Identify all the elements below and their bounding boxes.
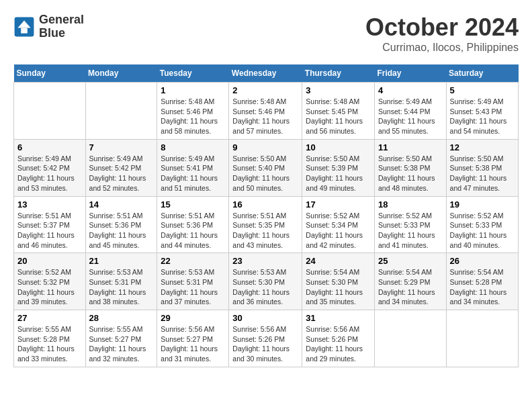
calendar-cell: 13Sunrise: 5:51 AMSunset: 5:37 PMDayligh…: [14, 196, 86, 253]
day-info: Sunrise: 5:54 AMSunset: 5:28 PMDaylight:…: [450, 267, 515, 307]
header-row: SundayMondayTuesdayWednesdayThursdayFrid…: [14, 64, 519, 83]
calendar-week-row: 20Sunrise: 5:52 AMSunset: 5:32 PMDayligh…: [14, 253, 519, 310]
day-info: Sunrise: 5:52 AMSunset: 5:33 PMDaylight:…: [378, 211, 443, 250]
day-number: 2: [232, 85, 298, 95]
day-number: 5: [450, 85, 515, 95]
calendar-week-row: 27Sunrise: 5:55 AMSunset: 5:28 PMDayligh…: [14, 310, 519, 367]
calendar-cell: 12Sunrise: 5:50 AMSunset: 5:38 PMDayligh…: [446, 139, 518, 196]
day-info: Sunrise: 5:55 AMSunset: 5:27 PMDaylight:…: [89, 324, 154, 364]
day-info: Sunrise: 5:51 AMSunset: 5:36 PMDaylight:…: [161, 211, 225, 250]
day-info: Sunrise: 5:56 AMSunset: 5:26 PMDaylight:…: [306, 324, 371, 364]
day-info: Sunrise: 5:54 AMSunset: 5:30 PMDaylight:…: [306, 267, 371, 307]
calendar-cell: 3Sunrise: 5:48 AMSunset: 5:45 PMDaylight…: [302, 83, 375, 140]
day-info: Sunrise: 5:48 AMSunset: 5:46 PMDaylight:…: [232, 97, 298, 136]
day-number: 18: [378, 199, 443, 210]
day-number: 17: [306, 199, 371, 210]
day-info: Sunrise: 5:56 AMSunset: 5:27 PMDaylight:…: [161, 324, 225, 364]
location-subtitle: Currimao, Ilocos, Philippines: [365, 42, 519, 54]
calendar-cell: 17Sunrise: 5:52 AMSunset: 5:34 PMDayligh…: [302, 196, 375, 253]
calendar-cell: 28Sunrise: 5:55 AMSunset: 5:27 PMDayligh…: [85, 310, 157, 367]
calendar-cell: 15Sunrise: 5:51 AMSunset: 5:36 PMDayligh…: [157, 196, 229, 253]
day-number: 26: [450, 256, 515, 266]
day-info: Sunrise: 5:55 AMSunset: 5:28 PMDaylight:…: [17, 324, 82, 364]
weekday-header: Friday: [374, 64, 446, 83]
calendar-cell: [374, 310, 446, 367]
calendar-cell: 22Sunrise: 5:53 AMSunset: 5:31 PMDayligh…: [157, 253, 229, 310]
calendar-cell: 29Sunrise: 5:56 AMSunset: 5:27 PMDayligh…: [157, 310, 229, 367]
calendar-cell: [14, 83, 86, 140]
weekday-header: Sunday: [14, 64, 86, 83]
day-info: Sunrise: 5:50 AMSunset: 5:40 PMDaylight:…: [232, 154, 298, 193]
calendar-week-row: 13Sunrise: 5:51 AMSunset: 5:37 PMDayligh…: [14, 196, 519, 253]
day-number: 8: [161, 142, 225, 152]
day-number: 22: [161, 256, 225, 266]
day-info: Sunrise: 5:49 AMSunset: 5:42 PMDaylight:…: [17, 154, 82, 193]
day-number: 10: [306, 142, 371, 152]
day-info: Sunrise: 5:53 AMSunset: 5:30 PMDaylight:…: [232, 267, 298, 307]
day-number: 6: [17, 142, 82, 152]
calendar-cell: 5Sunrise: 5:49 AMSunset: 5:43 PMDaylight…: [446, 83, 518, 140]
day-number: 14: [89, 199, 154, 210]
day-number: 29: [161, 313, 225, 323]
day-number: 31: [306, 313, 371, 323]
day-info: Sunrise: 5:52 AMSunset: 5:32 PMDaylight:…: [17, 267, 82, 307]
calendar-cell: 8Sunrise: 5:49 AMSunset: 5:41 PMDaylight…: [157, 139, 229, 196]
weekday-header: Saturday: [446, 64, 518, 83]
calendar-cell: 14Sunrise: 5:51 AMSunset: 5:36 PMDayligh…: [85, 196, 157, 253]
logo-icon: [13, 16, 35, 38]
calendar-cell: 4Sunrise: 5:49 AMSunset: 5:44 PMDaylight…: [374, 83, 446, 140]
day-info: Sunrise: 5:53 AMSunset: 5:31 PMDaylight:…: [161, 267, 225, 307]
day-number: 20: [17, 256, 82, 266]
day-number: 16: [232, 199, 298, 210]
weekday-header: Wednesday: [229, 64, 302, 83]
day-info: Sunrise: 5:48 AMSunset: 5:45 PMDaylight:…: [306, 97, 371, 136]
day-info: Sunrise: 5:53 AMSunset: 5:31 PMDaylight:…: [89, 267, 154, 307]
weekday-header: Tuesday: [157, 64, 229, 83]
day-info: Sunrise: 5:51 AMSunset: 5:35 PMDaylight:…: [232, 211, 298, 250]
title-block: October 2024 Currimao, Ilocos, Philippin…: [365, 13, 519, 54]
calendar-cell: 30Sunrise: 5:56 AMSunset: 5:26 PMDayligh…: [229, 310, 302, 367]
calendar-cell: [446, 310, 518, 367]
day-number: 24: [306, 256, 371, 266]
day-number: 15: [161, 199, 225, 210]
svg-rect-2: [21, 28, 28, 33]
calendar-cell: 9Sunrise: 5:50 AMSunset: 5:40 PMDaylight…: [229, 139, 302, 196]
day-info: Sunrise: 5:54 AMSunset: 5:29 PMDaylight:…: [378, 267, 443, 307]
day-number: 1: [161, 85, 225, 95]
weekday-header: Thursday: [302, 64, 375, 83]
day-number: 30: [232, 313, 298, 323]
day-number: 25: [378, 256, 443, 266]
calendar-cell: 16Sunrise: 5:51 AMSunset: 5:35 PMDayligh…: [229, 196, 302, 253]
day-number: 19: [450, 199, 515, 210]
calendar-cell: 19Sunrise: 5:52 AMSunset: 5:33 PMDayligh…: [446, 196, 518, 253]
day-info: Sunrise: 5:56 AMSunset: 5:26 PMDaylight:…: [232, 324, 298, 364]
logo-text: General Blue: [39, 13, 84, 40]
day-number: 4: [378, 85, 443, 95]
day-info: Sunrise: 5:48 AMSunset: 5:46 PMDaylight:…: [161, 97, 225, 136]
day-info: Sunrise: 5:50 AMSunset: 5:38 PMDaylight:…: [450, 154, 515, 193]
calendar-cell: 25Sunrise: 5:54 AMSunset: 5:29 PMDayligh…: [374, 253, 446, 310]
calendar-cell: 1Sunrise: 5:48 AMSunset: 5:46 PMDaylight…: [157, 83, 229, 140]
calendar-cell: 23Sunrise: 5:53 AMSunset: 5:30 PMDayligh…: [229, 253, 302, 310]
day-info: Sunrise: 5:52 AMSunset: 5:33 PMDaylight:…: [450, 211, 515, 250]
calendar-cell: 24Sunrise: 5:54 AMSunset: 5:30 PMDayligh…: [302, 253, 375, 310]
day-number: 9: [232, 142, 298, 152]
calendar-week-row: 1Sunrise: 5:48 AMSunset: 5:46 PMDaylight…: [14, 83, 519, 140]
day-info: Sunrise: 5:49 AMSunset: 5:42 PMDaylight:…: [89, 154, 154, 193]
day-info: Sunrise: 5:50 AMSunset: 5:39 PMDaylight:…: [306, 154, 371, 193]
day-info: Sunrise: 5:49 AMSunset: 5:43 PMDaylight:…: [450, 97, 515, 136]
day-info: Sunrise: 5:49 AMSunset: 5:44 PMDaylight:…: [378, 97, 443, 136]
page-header: General Blue October 2024 Currimao, Iloc…: [13, 13, 519, 54]
day-number: 27: [17, 313, 82, 323]
calendar-cell: 18Sunrise: 5:52 AMSunset: 5:33 PMDayligh…: [374, 196, 446, 253]
day-number: 21: [89, 256, 154, 266]
logo: General Blue: [13, 13, 84, 40]
day-number: 12: [450, 142, 515, 152]
day-number: 23: [232, 256, 298, 266]
calendar-cell: 2Sunrise: 5:48 AMSunset: 5:46 PMDaylight…: [229, 83, 302, 140]
day-number: 3: [306, 85, 371, 95]
day-info: Sunrise: 5:52 AMSunset: 5:34 PMDaylight:…: [306, 211, 371, 250]
calendar-cell: [85, 83, 157, 140]
calendar-cell: 27Sunrise: 5:55 AMSunset: 5:28 PMDayligh…: [14, 310, 86, 367]
calendar-cell: 26Sunrise: 5:54 AMSunset: 5:28 PMDayligh…: [446, 253, 518, 310]
